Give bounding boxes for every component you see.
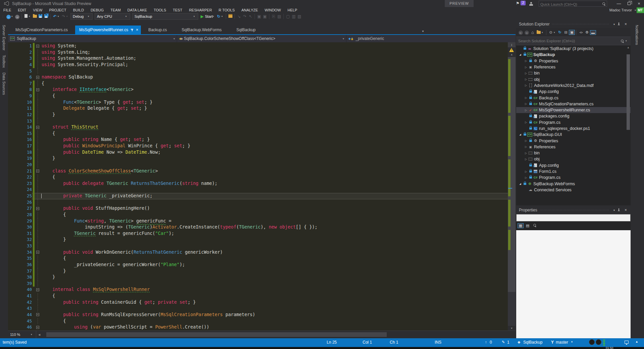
redo-icon[interactable]: ↷ [61,14,66,19]
code-line-18[interactable]: 18 public DateTime Now => DateTime.Now; [8,149,508,156]
account-sync-icon[interactable] [529,2,533,6]
tree-item-mssqlpowershellrunner-cs[interactable]: ▷✓C#MsSqlPowershellRunner.cs [516,107,631,113]
startup-project-dropdown[interactable]: SqlBackup▾ [132,13,198,20]
code-line-25[interactable]: 25 private TGeneric _privateGeneric; [8,193,508,199]
pin-icon[interactable] [616,22,623,26]
chevron-down-icon[interactable]: ▾ [635,7,636,13]
scrollbar-thumb[interactable] [627,54,630,130]
tab-toolbox[interactable]: Toolbox [2,55,6,68]
navigate-forward-icon[interactable]: → [14,14,20,19]
code-line-16[interactable]: 16 public string Name { get; set; } [8,137,508,143]
menu-item-window[interactable]: WINDOW [261,7,284,13]
breadcrumb-project-dropdown[interactable]: C# SqlBackup ▾ [8,35,177,42]
code-line-5[interactable]: 5 [8,68,508,74]
fold-collapse-box[interactable]: − [36,87,40,93]
tree-item-packages-config[interactable]: ⚙packages.config [516,113,631,119]
chevron-down-icon[interactable]: ▾ [213,15,216,18]
incoming-commits-count[interactable]: 0 [490,340,492,345]
tab-sqlbackup[interactable]: SqlBackup [229,26,263,34]
code-line-32[interactable]: 32 } [8,237,508,243]
tree-item-sqlbackup[interactable]: ◢C#SqlBackup [516,52,631,58]
tree-item-program-cs[interactable]: ▷C#Program.cs [516,119,631,126]
tree-item-mssqlcreationparameters-cs[interactable]: ▷C#MsSqlCreationParameters.cs [516,101,631,107]
tree-item-backup-cs[interactable]: ▷C#Backup.cs [516,95,631,101]
tree-item-references[interactable]: ▷▣References [516,144,631,150]
pin-icon[interactable] [616,208,623,212]
collapsed-arrow-icon[interactable]: ▷ [524,121,528,124]
code-line-10[interactable]: 10 Func<TGeneric> Type { get; set; } [8,99,508,106]
home-icon[interactable]: ⌂ [530,30,536,35]
code-line-11[interactable]: 11 Delegate Delegate { get; set; } [8,105,508,112]
code-lines[interactable]: 1−using System;2using System.Linq;3using… [8,42,508,331]
code-line-2[interactable]: 2using System.Linq; [8,49,508,56]
preview-selected-items-icon[interactable]: ▬ [590,30,596,35]
expand-icon[interactable]: ▲ [635,340,638,343]
user-name[interactable]: Madoc Trevor [609,7,632,13]
notifications-count-badge[interactable]: 2 [521,1,526,5]
code-line-36[interactable]: 36 _privateGeneric = genericWorker("Plan… [8,262,508,268]
properties-grid[interactable] [516,230,631,338]
breadcrumb-type-dropdown[interactable]: ◆◆ SqlBackup.ColorSchemeShowOffClass<TGe… [177,35,346,42]
code-line-46[interactable]: 46− using (var powerShellScript = PowerS… [8,324,508,331]
sync-folder-icon[interactable] [536,30,542,35]
branch-icon[interactable]: Y [551,340,554,345]
code-line-12[interactable]: 12 } [8,112,508,118]
code-line-45[interactable]: 45 { [8,318,508,325]
property-pages-icon[interactable] [532,223,538,228]
tree-item-bin[interactable]: ▷bin [516,150,631,156]
code-line-3[interactable]: 3using System.Management.Automation; [8,55,508,62]
fold-collapse-box[interactable]: − [36,74,40,81]
collapsed-arrow-icon[interactable]: ▷ [524,59,528,62]
quick-launch-box[interactable] [539,1,607,7]
tree-item-form1-cs[interactable]: ▷Form1.cs [516,168,631,174]
tab-server-explorer[interactable]: Server Explorer [2,25,6,50]
collapsed-arrow-icon[interactable]: ▷ [524,78,528,81]
tab-mssqlcreationparameters-cs[interactable]: MsSqlCreationParameters.cs [8,26,75,34]
repository-name[interactable]: SqlBackup [523,340,542,345]
new-file-icon[interactable]: * [23,14,29,19]
tree-item-app-config[interactable]: ⚙App.config [516,162,631,168]
collapsed-arrow-icon[interactable]: ▷ [524,158,528,161]
minimize-button[interactable]: — [614,0,624,7]
chevron-down-icon[interactable]: ▾ [173,37,175,40]
tree-item-bin[interactable]: ▷bin [516,70,631,76]
tab-mssqlpowershellrunner-cs[interactable]: MsSqlPowershellRunner.cs× [75,26,141,34]
quick-launch-input[interactable] [539,2,599,7]
editor-vertical-scrollbar[interactable]: ↕ ▲ ▼ [508,42,516,331]
pending-changes-filter-icon[interactable]: ⊙ [548,30,554,35]
navigate-back-icon[interactable]: ← [6,14,11,19]
tree-item-properties[interactable]: ▷⚙Properties [516,58,631,64]
code-line-39[interactable]: 39 [8,281,508,287]
scroll-left-icon[interactable]: ◀ [36,333,42,336]
fold-collapse-box[interactable]: − [36,43,40,49]
menu-item-analyze[interactable]: ANALYZE [238,7,261,13]
collapsed-arrow-icon[interactable]: ▷ [524,72,528,75]
collapsed-arrow-icon[interactable]: ▷ [524,102,528,105]
pending-edits-count[interactable]: 1 [507,340,509,345]
code-line-33[interactable]: 33 [8,243,508,249]
close-button[interactable]: × [634,0,644,7]
close-icon[interactable]: × [623,208,629,212]
code-line-42[interactable]: 42 public string ContainerGuid { get; pr… [8,299,508,306]
tab-data-sources[interactable]: Data Sources [2,72,6,95]
configuration-dropdown[interactable]: Debug▾ [70,13,93,20]
code-line-21[interactable]: 21− class ColorSchemeShowOffClass<TGener… [8,168,508,174]
chevron-down-icon[interactable]: ▾ [29,15,32,18]
menu-item-edit[interactable]: EDIT [14,7,30,13]
editor-horizontal-scrollbar[interactable]: 110 %▾ ◀ [8,331,516,338]
tree-item-obj[interactable]: ▷obj [516,156,631,162]
code-line-20[interactable]: 20 [8,162,508,168]
sync-with-active-document-icon[interactable]: ▣ [569,30,575,35]
screen-share-icon[interactable] [625,341,629,344]
categorized-icon[interactable]: ▦ [518,223,524,228]
expanded-arrow-icon[interactable]: ◢ [518,53,522,56]
publish-icon[interactable] [227,14,233,19]
avatar[interactable]: MT [637,7,644,13]
feedback-icon[interactable] [589,339,595,345]
code-line-15[interactable]: 15 { [8,131,508,137]
code-line-41[interactable]: 41 { [8,293,508,299]
expanded-arrow-icon[interactable]: ◢ [518,133,522,136]
collapsed-arrow-icon[interactable]: ▷ [524,145,528,148]
menu-item-view[interactable]: VIEW [30,7,46,13]
code-line-13[interactable]: 13 [8,118,508,124]
